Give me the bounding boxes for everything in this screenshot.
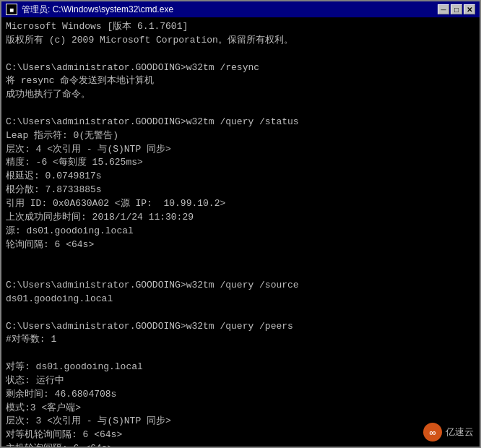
watermark: ∞ 亿速云	[422, 422, 474, 442]
watermark-text: 亿速云	[446, 426, 474, 439]
title-buttons: ─ □ ✕	[438, 4, 475, 14]
cmd-output[interactable]: Microsoft Windows [版本 6.1.7601] 版权所有 (c)…	[1, 17, 480, 447]
maximize-button[interactable]: □	[451, 4, 462, 14]
title-bar: ■ 管理员: C:\Windows\system32\cmd.exe ─ □ ✕	[1, 1, 480, 17]
svg-text:∞: ∞	[429, 427, 436, 438]
cmd-window: ■ 管理员: C:\Windows\system32\cmd.exe ─ □ ✕…	[0, 0, 481, 448]
watermark-logo-icon: ∞	[422, 422, 443, 442]
window-wrapper: ■ 管理员: C:\Windows\system32\cmd.exe ─ □ ✕…	[0, 0, 481, 448]
minimize-button[interactable]: ─	[438, 4, 449, 14]
cmd-icon: ■	[6, 4, 17, 15]
window-title: 管理员: C:\Windows\system32\cmd.exe	[22, 4, 173, 16]
title-bar-left: ■ 管理员: C:\Windows\system32\cmd.exe	[6, 4, 173, 16]
close-button[interactable]: ✕	[464, 4, 475, 14]
